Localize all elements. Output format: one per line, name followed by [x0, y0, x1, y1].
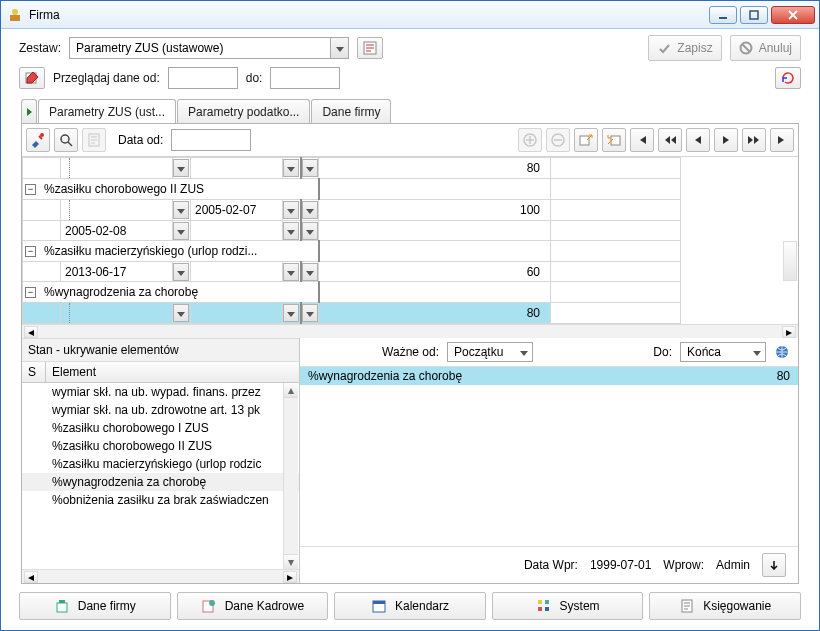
- browse-from-label: Przeglądaj dane od:: [53, 71, 160, 85]
- grid-export-button[interactable]: [574, 128, 598, 152]
- list-item[interactable]: wymiar skł. na ub. zdrowotne art. 13 pk: [22, 401, 299, 419]
- nav-fast-fwd-button[interactable]: [742, 128, 766, 152]
- list-vertical-scrollbar[interactable]: ▴ ▾: [283, 383, 298, 569]
- zestaw-combo[interactable]: [69, 37, 349, 59]
- bottom-dane-firmy-button[interactable]: Dane firmy: [19, 592, 171, 620]
- search-button[interactable]: [54, 128, 78, 152]
- list-item[interactable]: %obniżenia zasiłku za brak zaświadczen: [22, 491, 299, 509]
- nav-prev-button[interactable]: [686, 128, 710, 152]
- dropdown-button[interactable]: [302, 201, 318, 219]
- remove-record-button[interactable]: [546, 128, 570, 152]
- list-item[interactable]: %zasiłku macierzyńskiego (urlop rodzic: [22, 455, 299, 473]
- scroll-up-button[interactable]: ▴: [284, 383, 298, 398]
- edit-list-button[interactable]: [19, 67, 45, 89]
- status-datawpr-label: Data Wpr:: [524, 558, 578, 572]
- tree-collapse-button[interactable]: −: [25, 246, 36, 257]
- dropdown-button[interactable]: [173, 222, 189, 240]
- scroll-left-button[interactable]: ◂: [24, 571, 38, 583]
- element-list[interactable]: wymiar skł. na ub. wypad. finans. przez …: [22, 383, 299, 569]
- list-horizontal-scrollbar[interactable]: ◂ ▸: [22, 569, 299, 583]
- window-close-button[interactable]: [771, 6, 815, 24]
- dropdown-button[interactable]: [302, 159, 318, 177]
- nav-fast-back-button[interactable]: [658, 128, 682, 152]
- tree-collapse-button[interactable]: −: [25, 184, 36, 195]
- do-dropdown[interactable]: Końca: [680, 342, 766, 362]
- dropdown-button[interactable]: [283, 201, 299, 219]
- bottom-system-button[interactable]: System: [492, 592, 644, 620]
- dropdown-button[interactable]: [283, 159, 299, 177]
- tab-parametry-zus[interactable]: Parametry ZUS (ust...: [38, 99, 176, 123]
- play-icon: [27, 105, 32, 119]
- bottom-dane-kadrowe-button[interactable]: Dane Kadrowe: [177, 592, 329, 620]
- grid-cell-date[interactable]: 2005-02-08: [61, 221, 173, 241]
- tools-config-button[interactable]: [26, 128, 50, 152]
- bottom-label: Dane firmy: [78, 599, 136, 613]
- zestaw-dropdown-button[interactable]: [330, 38, 348, 58]
- dropdown-button[interactable]: [302, 222, 318, 240]
- grid-vertical-scrollbar-thumb[interactable]: [783, 241, 797, 281]
- dropdown-button[interactable]: [173, 159, 189, 177]
- anuluj-button[interactable]: Anuluj: [730, 35, 801, 61]
- bottom-ksiegowanie-button[interactable]: Księgowanie: [649, 592, 801, 620]
- dropdown-button[interactable]: [302, 263, 318, 281]
- chevron-down-icon: [520, 345, 528, 359]
- grid-cell-date[interactable]: 2005-02-07: [191, 200, 283, 221]
- parameters-grid[interactable]: 80 −%zasiłku chorobowego II ZUS 2005-02-…: [22, 157, 798, 324]
- dropdown-button[interactable]: [283, 263, 299, 281]
- detail-row-value: 80: [777, 369, 790, 383]
- zestaw-pick-button[interactable]: [357, 37, 383, 59]
- anuluj-label: Anuluj: [759, 41, 792, 55]
- scroll-right-button[interactable]: ▸: [283, 571, 297, 583]
- tab-parametry-podatkowe[interactable]: Parametry podatko...: [177, 99, 310, 123]
- run-tab-button[interactable]: [21, 99, 37, 123]
- dropdown-button[interactable]: [173, 263, 189, 281]
- dropdown-button[interactable]: [283, 304, 299, 322]
- dropdown-button[interactable]: [302, 304, 318, 322]
- col-s-header[interactable]: S: [22, 362, 46, 382]
- list-item[interactable]: wymiar skł. na ub. wypad. finans. przez: [22, 383, 299, 401]
- zapisz-button[interactable]: Zapisz: [648, 35, 721, 61]
- add-record-button[interactable]: [518, 128, 542, 152]
- detail-row[interactable]: %wynagrodzenia za chorobę 80: [300, 367, 798, 385]
- browse-to-input[interactable]: [270, 67, 340, 89]
- data-od-input[interactable]: [171, 129, 251, 151]
- app-icon: [7, 7, 23, 23]
- browse-from-input[interactable]: [168, 67, 238, 89]
- nav-first-button[interactable]: [630, 128, 654, 152]
- status-details-button[interactable]: [762, 553, 786, 577]
- svg-rect-2: [719, 17, 727, 19]
- window-maximize-button[interactable]: [740, 6, 768, 24]
- zestaw-input[interactable]: [70, 38, 330, 58]
- nav-last-button[interactable]: [770, 128, 794, 152]
- grid-cell-date[interactable]: 2013-06-17: [61, 262, 173, 282]
- tree-group-label: %zasiłku chorobowego II ZUS: [40, 182, 208, 196]
- grid-import-button[interactable]: [602, 128, 626, 152]
- scroll-left-button[interactable]: ◂: [24, 326, 38, 338]
- zestaw-label: Zestaw:: [19, 41, 61, 55]
- scroll-down-button[interactable]: ▾: [284, 554, 298, 569]
- zapisz-label: Zapisz: [677, 41, 712, 55]
- scroll-right-button[interactable]: ▸: [782, 326, 796, 338]
- nav-next-button[interactable]: [714, 128, 738, 152]
- wazne-od-dropdown[interactable]: Początku: [447, 342, 533, 362]
- globe-icon[interactable]: [774, 344, 790, 360]
- dropdown-button[interactable]: [283, 222, 299, 240]
- svg-rect-20: [373, 601, 385, 604]
- list-item[interactable]: %zasiłku chorobowego II ZUS: [22, 437, 299, 455]
- report-button[interactable]: [82, 128, 106, 152]
- dropdown-button[interactable]: [173, 304, 189, 322]
- window-minimize-button[interactable]: [709, 6, 737, 24]
- col-element-header[interactable]: Element: [46, 362, 299, 382]
- data-od-label: Data od:: [118, 133, 163, 147]
- bottom-kalendarz-button[interactable]: Kalendarz: [334, 592, 486, 620]
- tab-dane-firmy[interactable]: Dane firmy: [311, 99, 391, 123]
- tree-collapse-button[interactable]: −: [25, 287, 36, 298]
- list-item[interactable]: %wynagrodzenia za chorobę: [22, 473, 299, 491]
- refresh-button[interactable]: [775, 67, 801, 89]
- list-item[interactable]: %zasiłku chorobowego I ZUS: [22, 419, 299, 437]
- dropdown-button[interactable]: [173, 201, 189, 219]
- svg-rect-12: [580, 136, 589, 145]
- bottom-label: Dane Kadrowe: [225, 599, 304, 613]
- window-title: Firma: [29, 8, 709, 22]
- grid-horizontal-scrollbar[interactable]: ◂ ▸: [22, 324, 798, 338]
